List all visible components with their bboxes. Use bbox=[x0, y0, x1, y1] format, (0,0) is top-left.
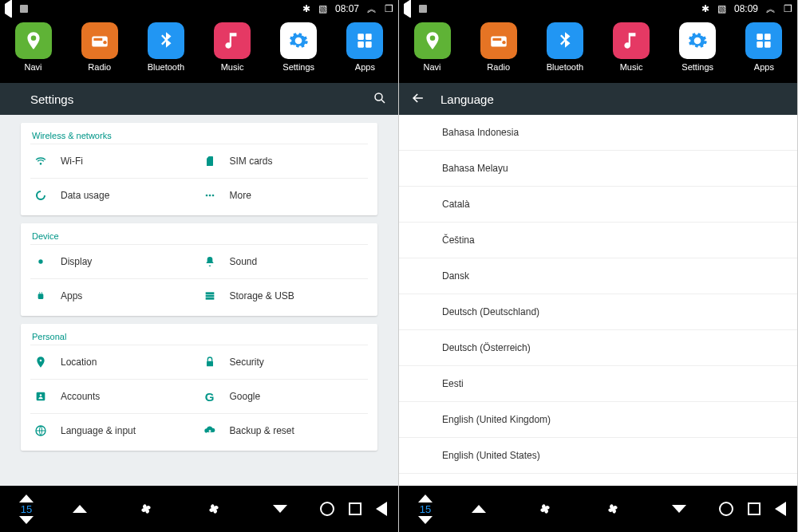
app-label: Radio bbox=[487, 62, 510, 72]
clock: 08:07 bbox=[335, 3, 359, 14]
bluetooth-icon bbox=[148, 22, 184, 59]
back-triangle-icon[interactable] bbox=[5, 4, 12, 14]
nav-recents-icon[interactable] bbox=[748, 502, 760, 515]
item-security[interactable]: Security bbox=[200, 345, 369, 379]
language-item[interactable]: English (United States) bbox=[399, 438, 797, 474]
language-item[interactable]: Bahasa Indonesia bbox=[399, 115, 797, 151]
item-google[interactable]: GGoogle bbox=[200, 379, 369, 413]
pin-icon bbox=[414, 22, 451, 59]
app-navi[interactable]: Navi bbox=[405, 22, 460, 72]
temp-down-button[interactable] bbox=[418, 516, 433, 524]
language-item[interactable]: Dansk bbox=[399, 258, 797, 294]
fan-icon[interactable] bbox=[136, 499, 156, 518]
nav-home-icon[interactable] bbox=[320, 502, 334, 516]
location-icon bbox=[34, 355, 48, 369]
fan-down-button[interactable] bbox=[273, 505, 287, 513]
app-apps[interactable]: Apps bbox=[337, 22, 393, 72]
item-location[interactable]: Location bbox=[30, 345, 200, 379]
svg-line-8 bbox=[381, 100, 385, 103]
nav-back-icon[interactable] bbox=[775, 502, 786, 516]
storage-icon bbox=[203, 289, 217, 303]
fan-icon[interactable] bbox=[603, 499, 622, 518]
svg-rect-6 bbox=[365, 41, 372, 48]
section-title: Wireless & networks bbox=[30, 131, 368, 140]
back-arrow-icon[interactable] bbox=[410, 90, 426, 108]
nav-back-icon[interactable] bbox=[376, 502, 387, 516]
item-sound[interactable]: Sound bbox=[200, 244, 369, 278]
item-display[interactable]: Display bbox=[30, 244, 200, 278]
chevron-up-icon[interactable]: ︽ bbox=[766, 2, 776, 16]
item-data-usage[interactable]: Data usage bbox=[30, 178, 200, 212]
item-apps[interactable]: Apps bbox=[30, 278, 200, 313]
item-more[interactable]: More bbox=[200, 178, 369, 212]
pin-icon bbox=[15, 22, 52, 59]
launcher-row: Navi Radio Bluetooth Music Settings Apps bbox=[399, 18, 797, 83]
gear-icon bbox=[679, 22, 716, 59]
music-icon bbox=[214, 22, 251, 59]
language-item[interactable]: Deutsch (Österreich) bbox=[399, 330, 797, 366]
sim-status-icon: ▧ bbox=[318, 3, 327, 14]
card-device: Device Display Sound Apps Storage & USB bbox=[21, 223, 377, 316]
svg-rect-26 bbox=[757, 33, 764, 40]
item-storage[interactable]: Storage & USB bbox=[200, 278, 369, 313]
app-settings[interactable]: Settings bbox=[271, 22, 326, 72]
svg-point-2 bbox=[103, 41, 106, 44]
fan-up-button[interactable] bbox=[472, 505, 486, 513]
app-bluetooth[interactable]: Bluetooth bbox=[537, 22, 593, 72]
app-radio[interactable]: Radio bbox=[72, 22, 128, 72]
app-bluetooth[interactable]: Bluetooth bbox=[138, 22, 194, 72]
fan-up-button[interactable] bbox=[73, 505, 87, 513]
search-icon[interactable] bbox=[373, 91, 387, 108]
status-bar: ✱ ▧ 08:09 ︽ ❐ bbox=[399, 0, 797, 18]
svg-rect-17 bbox=[205, 295, 214, 298]
app-radio[interactable]: Radio bbox=[471, 22, 527, 72]
svg-point-7 bbox=[375, 93, 382, 100]
fan-icon[interactable] bbox=[535, 499, 555, 518]
launcher-row: Navi Radio Bluetooth Music Settings Apps bbox=[0, 18, 398, 83]
temp-up-button[interactable] bbox=[19, 495, 34, 502]
app-label: Settings bbox=[282, 62, 314, 72]
svg-rect-29 bbox=[764, 41, 771, 48]
language-item[interactable]: Català bbox=[399, 187, 797, 223]
more-icon bbox=[203, 188, 217, 203]
recents-icon[interactable]: ❐ bbox=[784, 3, 792, 14]
item-sim[interactable]: SIM cards bbox=[200, 144, 369, 178]
display-icon bbox=[34, 254, 48, 269]
temp-down-button[interactable] bbox=[19, 516, 34, 524]
chevron-up-icon[interactable]: ︽ bbox=[367, 2, 377, 16]
svg-rect-4 bbox=[365, 33, 372, 40]
app-navi[interactable]: Navi bbox=[6, 22, 61, 72]
app-label: Music bbox=[620, 62, 643, 72]
temp-up-button[interactable] bbox=[418, 495, 433, 502]
app-label: Bluetooth bbox=[547, 62, 583, 72]
svg-point-14 bbox=[39, 292, 40, 293]
recents-icon[interactable]: ❐ bbox=[385, 3, 393, 14]
app-music[interactable]: Music bbox=[603, 22, 659, 72]
item-accounts[interactable]: Accounts bbox=[30, 379, 200, 413]
language-list[interactable]: Bahasa Indonesia Bahasa Melayu Català Če… bbox=[399, 115, 797, 486]
item-wifi[interactable]: Wi-Fi bbox=[30, 144, 200, 178]
bluetooth-status-icon: ✱ bbox=[302, 3, 310, 14]
app-music[interactable]: Music bbox=[204, 22, 260, 72]
nav-recents-icon[interactable] bbox=[349, 502, 361, 515]
app-settings[interactable]: Settings bbox=[670, 22, 725, 72]
nav-home-icon[interactable] bbox=[719, 502, 733, 516]
bell-icon bbox=[203, 254, 217, 269]
lock-icon bbox=[203, 355, 217, 369]
language-item[interactable]: Čeština bbox=[399, 223, 797, 258]
fan-icon[interactable] bbox=[204, 499, 223, 518]
globe-icon bbox=[34, 424, 48, 438]
item-language[interactable]: Language & input bbox=[30, 413, 200, 447]
svg-rect-3 bbox=[358, 33, 365, 40]
language-item[interactable]: Bahasa Melayu bbox=[399, 151, 797, 187]
language-item[interactable]: English (United Kingdom) bbox=[399, 402, 797, 438]
app-apps[interactable]: Apps bbox=[736, 22, 792, 72]
item-backup[interactable]: Backup & reset bbox=[200, 413, 369, 447]
language-item[interactable]: Deutsch (Deutschland) bbox=[399, 294, 797, 330]
back-triangle-icon[interactable] bbox=[404, 4, 411, 14]
app-label: Apps bbox=[754, 62, 774, 72]
fan-down-button[interactable] bbox=[672, 505, 686, 513]
app-label: Radio bbox=[88, 62, 111, 72]
language-item[interactable]: Eesti bbox=[399, 366, 797, 402]
svg-rect-19 bbox=[207, 361, 213, 367]
